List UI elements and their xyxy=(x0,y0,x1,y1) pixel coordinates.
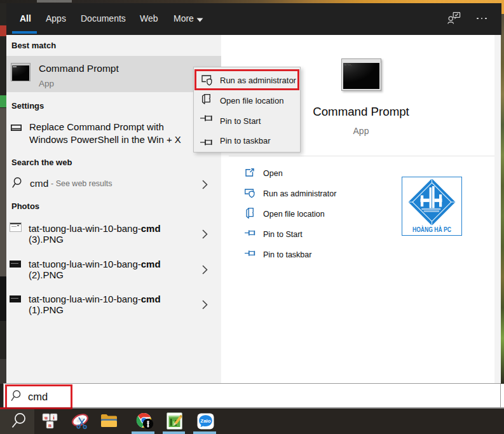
svg-text:n: n xyxy=(48,422,51,428)
svg-text:Zalo: Zalo xyxy=(200,418,211,424)
svg-text:u: u xyxy=(44,414,48,421)
